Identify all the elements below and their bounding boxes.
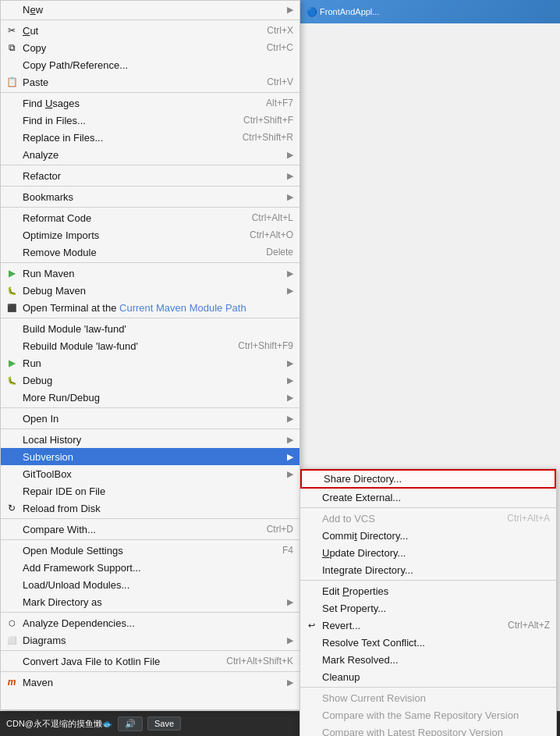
- menu-item-mark-directory[interactable]: Mark Directory as ▶: [1, 593, 299, 610]
- paste-icon: 📋: [5, 76, 18, 88]
- separator-7: [1, 318, 299, 318]
- menu-item-analyze[interactable]: Analyze ▶: [1, 146, 299, 163]
- copy-icon: ⧉: [5, 41, 18, 54]
- menu-item-load-unload[interactable]: Load/Unload Modules...: [1, 576, 299, 593]
- submenu-show-current-revision[interactable]: Show Current Revision: [300, 689, 556, 706]
- menu-item-replace-in-files[interactable]: Replace in Files... Ctrl+Shift+R: [1, 129, 299, 146]
- menu-item-add-framework[interactable]: Add Framework Support...: [1, 559, 299, 576]
- submenu-integrate-directory[interactable]: Integrate Directory...: [300, 561, 556, 578]
- menu-item-open-module-settings[interactable]: Open Module Settings F4: [1, 542, 299, 559]
- refactor-label: Refactor: [23, 170, 61, 182]
- menu-item-compare-with[interactable]: Compare With... Ctrl+D: [1, 521, 299, 538]
- menu-item-new[interactable]: New ▶: [1, 1, 299, 18]
- menu-item-reload[interactable]: ↻ Reload from Disk: [1, 500, 299, 517]
- menu-item-reformat[interactable]: Reformat Code Ctrl+Alt+L: [1, 209, 299, 226]
- top-bar: 🔵 FrontAndAppl...: [300, 0, 560, 23]
- refactor-arrow: ▶: [287, 171, 293, 181]
- menu-item-copy-path[interactable]: Copy Path/Reference...: [1, 56, 299, 73]
- menu-item-run[interactable]: ▶ Run ▶: [1, 354, 299, 372]
- submenu-sep-1: [300, 507, 556, 508]
- menu-item-refactor[interactable]: Refactor ▶: [1, 167, 299, 184]
- maven-arrow: ▶: [287, 677, 293, 688]
- submenu-edit-properties[interactable]: Edit Properties: [300, 582, 556, 599]
- submenu-update-directory[interactable]: Update Directory...: [300, 544, 556, 561]
- optimize-shortcut: Ctrl+Alt+O: [234, 229, 293, 240]
- menu-item-rebuild-module[interactable]: Rebuild Module 'law-fund' Ctrl+Shift+F9: [1, 337, 299, 354]
- reload-icon: ↻: [5, 502, 18, 514]
- repair-ide-label: Repair IDE on File: [23, 485, 105, 497]
- menu-item-cut[interactable]: ✂ Cut Ctrl+X: [1, 22, 299, 39]
- menu-item-paste[interactable]: 📋 Paste Ctrl+V: [1, 73, 299, 91]
- taskbar-btn1[interactable]: 🔊: [118, 716, 143, 731]
- build-module-label: Build Module 'law-fund': [23, 323, 126, 335]
- debug-arrow: ▶: [287, 375, 293, 386]
- separator-9: [1, 428, 299, 429]
- submenu-compare-latest-repo[interactable]: Compare with Latest Repository Version: [300, 724, 556, 736]
- menu-item-find-in-files[interactable]: Find in Files... Ctrl+Shift+F: [1, 112, 299, 129]
- commit-directory-label: Commit Directory...: [322, 530, 408, 542]
- menu-item-maven[interactable]: m Maven ▶: [1, 674, 299, 691]
- menu-item-more-run-debug[interactable]: More Run/Debug ▶: [1, 389, 299, 406]
- menu-item-debug-maven[interactable]: 🐛 Debug Maven ▶: [1, 282, 299, 299]
- taskbar-btn2[interactable]: Save: [147, 716, 181, 731]
- separator-6: [1, 262, 299, 263]
- remove-module-label: Remove Module: [23, 247, 97, 258]
- submenu-share-directory[interactable]: Share Directory...: [300, 469, 556, 489]
- analyze-arrow: ▶: [287, 150, 293, 160]
- run-maven-icon: ▶: [5, 267, 18, 279]
- menu-item-bookmarks[interactable]: Bookmarks ▶: [1, 188, 299, 205]
- menu-item-optimize-imports[interactable]: Optimize Imports Ctrl+Alt+O: [1, 226, 299, 244]
- update-directory-label: Update Directory...: [322, 547, 406, 559]
- rebuild-module-label: Rebuild Module 'law-fund': [23, 340, 138, 352]
- menu-item-build-module[interactable]: Build Module 'law-fund': [1, 320, 299, 337]
- separator-10: [1, 518, 299, 519]
- debug-label: Debug: [23, 375, 52, 386]
- diagrams-arrow: ▶: [287, 635, 293, 645]
- menu-item-gittoolbox[interactable]: GitToolBox ▶: [1, 465, 299, 482]
- menu-item-find-usages[interactable]: Find Usages Alt+F7: [1, 94, 299, 112]
- revert-shortcut: Ctrl+Alt+Z: [492, 620, 550, 631]
- menu-item-convert-java[interactable]: Convert Java File to Kotlin File Ctrl+Al…: [1, 652, 299, 670]
- debug-icon: 🐛: [5, 374, 18, 386]
- menu-item-copy[interactable]: ⧉ Copy Ctrl+C: [1, 39, 299, 56]
- copy-path-label: Copy Path/Reference...: [23, 59, 128, 71]
- subversion-submenu: ✕ Share Directory... Create External... …: [299, 468, 557, 736]
- find-usages-shortcut: Alt+F7: [250, 98, 293, 108]
- submenu-revert[interactable]: ↩ Revert... Ctrl+Alt+Z: [300, 617, 556, 634]
- subversion-arrow: ▶: [287, 452, 293, 462]
- bookmarks-label: Bookmarks: [23, 191, 73, 203]
- menu-item-local-history[interactable]: Local History ▶: [1, 431, 299, 448]
- convert-java-label: Convert Java File to Kotlin File: [23, 656, 160, 667]
- menu-item-diagrams[interactable]: ⬜ Diagrams ▶: [1, 631, 299, 649]
- paste-label: Paste: [23, 76, 48, 88]
- menu-item-remove-module[interactable]: Remove Module Delete: [1, 244, 299, 261]
- convert-java-shortcut: Ctrl+Alt+Shift+K: [211, 656, 293, 667]
- cut-shortcut: Ctrl+X: [251, 25, 293, 36]
- submenu-compare-same-repo[interactable]: Compare with the Same Repository Version: [300, 706, 556, 724]
- submenu-set-property[interactable]: Set Property...: [300, 599, 556, 617]
- menu-item-repair-ide[interactable]: Repair IDE on File: [1, 482, 299, 500]
- resolve-conflict-label: Resolve Text Conflict...: [322, 637, 425, 649]
- reformat-shortcut: Ctrl+Alt+L: [236, 212, 293, 223]
- compare-with-label: Compare With...: [23, 524, 96, 535]
- cut-icon: ✂: [5, 24, 18, 37]
- cut-label: Cut: [23, 25, 38, 37]
- menu-item-subversion[interactable]: Subversion ▶: [1, 448, 299, 465]
- more-run-debug-label: More Run/Debug: [23, 392, 100, 404]
- menu-item-debug[interactable]: 🐛 Debug ▶: [1, 372, 299, 389]
- taskbar-text: CDN@永不退缩的摸鱼懒🐟: [6, 718, 113, 730]
- submenu-cleanup[interactable]: Cleanup: [300, 668, 556, 685]
- menu-item-analyze-deps[interactable]: ⬡ Analyze Dependencies...: [1, 614, 299, 631]
- copy-shortcut: Ctrl+C: [251, 42, 293, 53]
- separator-8: [1, 407, 299, 408]
- menu-item-open-terminal[interactable]: ⬛ Open Terminal at the Current Maven Mod…: [1, 299, 299, 316]
- submenu-resolve-conflict[interactable]: Resolve Text Conflict...: [300, 634, 556, 651]
- menu-item-open-in[interactable]: Open In ▶: [1, 410, 299, 427]
- debug-maven-icon: 🐛: [5, 284, 18, 297]
- submenu-create-external[interactable]: Create External...: [300, 489, 556, 506]
- submenu-commit-directory[interactable]: Commit Directory...: [300, 527, 556, 544]
- submenu-add-to-vcs[interactable]: Add to VCS Ctrl+Alt+A: [300, 510, 556, 527]
- submenu-mark-resolved[interactable]: Mark Resolved...: [300, 651, 556, 668]
- menu-item-run-maven[interactable]: ▶ Run Maven ▶: [1, 265, 299, 282]
- new-label: New: [23, 4, 43, 16]
